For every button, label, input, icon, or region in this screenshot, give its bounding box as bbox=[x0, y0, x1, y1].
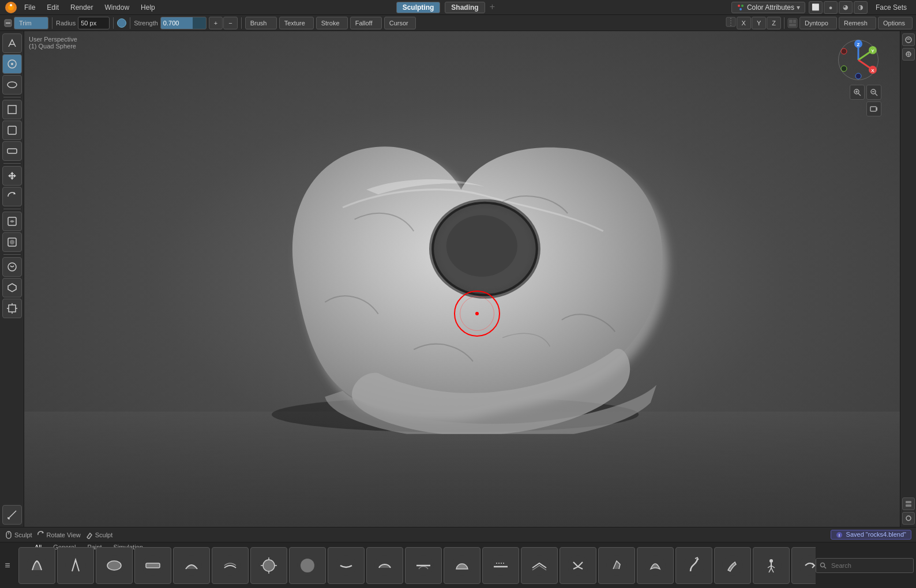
tool-smooth[interactable] bbox=[2, 75, 22, 95]
brush-snake-hook[interactable] bbox=[675, 547, 712, 584]
svg-point-38 bbox=[446, 215, 517, 277]
remesh-btn[interactable]: Remesh bbox=[839, 17, 876, 29]
rendered-btn[interactable]: ◕ bbox=[839, 1, 853, 14]
tool-face-set[interactable] bbox=[2, 278, 22, 297]
radius-input[interactable] bbox=[78, 17, 110, 29]
brush-clay[interactable] bbox=[96, 547, 133, 584]
menu-help[interactable]: Help bbox=[136, 2, 160, 13]
svg-line-105 bbox=[769, 568, 771, 572]
brush-blob[interactable] bbox=[289, 547, 326, 584]
svg-line-56 bbox=[875, 93, 877, 96]
brush-smooth[interactable] bbox=[366, 547, 403, 584]
sidebar-overlay-btn[interactable] bbox=[902, 33, 915, 46]
sub-btn[interactable]: − bbox=[223, 17, 237, 29]
eevee-btn[interactable]: ◑ bbox=[854, 1, 868, 14]
tool-transform[interactable] bbox=[2, 299, 22, 318]
svg-rect-58 bbox=[870, 107, 876, 111]
tool-move[interactable] bbox=[2, 166, 22, 186]
brush-scrape[interactable] bbox=[482, 547, 519, 584]
color-attributes-btn[interactable]: Color Attributes ▾ bbox=[731, 2, 805, 13]
solid-btn[interactable]: ● bbox=[824, 1, 838, 14]
left-sep-3 bbox=[3, 209, 21, 209]
search-input[interactable] bbox=[829, 559, 910, 572]
brush-cursor-dot bbox=[475, 312, 479, 315]
sidebar-nav1[interactable] bbox=[902, 497, 915, 510]
x-sym-btn[interactable]: X bbox=[737, 17, 751, 29]
sep-1 bbox=[52, 17, 52, 29]
brush-pose[interactable] bbox=[753, 547, 790, 584]
add-btn[interactable]: + bbox=[209, 17, 223, 29]
tool-measure[interactable] bbox=[2, 505, 22, 525]
brush-thumb[interactable] bbox=[714, 547, 751, 584]
menu-render[interactable]: Render bbox=[66, 2, 97, 13]
tool-rotate[interactable] bbox=[2, 187, 22, 206]
sidebar-nav2[interactable] bbox=[902, 512, 915, 525]
tool-box2[interactable] bbox=[2, 120, 22, 140]
svg-point-78 bbox=[220, 555, 241, 576]
svg-rect-19 bbox=[8, 126, 16, 134]
brush-inflate[interactable] bbox=[250, 547, 287, 584]
menu-file[interactable]: File bbox=[20, 2, 40, 13]
brush-layer[interactable] bbox=[212, 547, 249, 584]
brush-clay-thumb[interactable] bbox=[173, 547, 210, 584]
brush-clay-strips[interactable] bbox=[134, 547, 171, 584]
search-box[interactable] bbox=[816, 558, 914, 573]
menu-window[interactable]: Window bbox=[100, 2, 134, 13]
gizmo-circle bbox=[838, 40, 879, 80]
brush-nudge[interactable] bbox=[791, 547, 816, 584]
camera-btn[interactable] bbox=[866, 101, 881, 116]
tray-menu-btn[interactable]: ≡ bbox=[0, 542, 15, 589]
sidebar-gizmo-btn[interactable] bbox=[902, 48, 915, 61]
orientation-gizmo[interactable]: Z Y X bbox=[835, 37, 881, 83]
tool-box[interactable] bbox=[2, 100, 22, 119]
svg-point-107 bbox=[799, 555, 816, 576]
viewport[interactable]: User Perspective (1) Quad Sphere Z bbox=[24, 31, 916, 527]
face-sets-btn[interactable]: Face Sets bbox=[871, 2, 911, 13]
add-workspace-btn[interactable]: + bbox=[490, 2, 495, 13]
brush-draw[interactable] bbox=[18, 547, 55, 584]
svg-marker-25 bbox=[8, 284, 16, 292]
brush-fill[interactable] bbox=[444, 547, 480, 584]
mouse-icon bbox=[5, 531, 13, 539]
brush-grab[interactable] bbox=[598, 547, 635, 584]
falloff-dropdown[interactable]: Falloff bbox=[350, 17, 382, 29]
zoom-out-btn[interactable] bbox=[866, 85, 881, 100]
strength-slider[interactable]: 0.700 bbox=[160, 17, 207, 29]
y-sym-btn[interactable]: Y bbox=[752, 17, 766, 29]
options-btn[interactable]: Options bbox=[878, 17, 913, 29]
brush-mode-dropdown[interactable]: Trim bbox=[14, 17, 48, 29]
svg-marker-59 bbox=[876, 107, 877, 111]
texture-dropdown[interactable]: Texture bbox=[279, 17, 314, 29]
z-sym-btn[interactable]: Z bbox=[767, 17, 781, 29]
svg-point-85 bbox=[297, 555, 318, 576]
svg-point-99 bbox=[722, 555, 743, 576]
brush-flatten[interactable] bbox=[405, 547, 442, 584]
brush-pinch[interactable] bbox=[560, 547, 596, 584]
brush-cursor bbox=[454, 291, 500, 337]
brush-crease[interactable] bbox=[328, 547, 365, 584]
tool-mask[interactable] bbox=[2, 257, 22, 277]
brush-draw-sharp[interactable] bbox=[57, 547, 94, 584]
brush-elastic[interactable] bbox=[637, 547, 674, 584]
tool-annotate[interactable] bbox=[2, 212, 22, 231]
svg-rect-11 bbox=[789, 20, 793, 23]
wireframe-btn[interactable]: ⬜ bbox=[809, 1, 823, 14]
tab-sculpting[interactable]: Sculpting bbox=[396, 2, 441, 13]
left-sep-4 bbox=[3, 254, 21, 255]
tool-draw[interactable] bbox=[2, 33, 22, 53]
dyntopo-btn[interactable]: Dyntopo bbox=[799, 17, 837, 29]
tool-sculpt[interactable] bbox=[2, 54, 22, 74]
menu-edit[interactable]: Edit bbox=[42, 2, 63, 13]
tool-annotate2[interactable] bbox=[2, 232, 22, 252]
cursor-dropdown[interactable]: Cursor bbox=[384, 17, 416, 29]
zoom-in-btn[interactable] bbox=[850, 85, 865, 100]
sculpt-label-1: Sculpt bbox=[14, 532, 32, 538]
left-sep-2 bbox=[3, 163, 21, 164]
tab-shading[interactable]: Shading bbox=[445, 2, 485, 13]
brush-dropdown[interactable]: Brush bbox=[245, 17, 277, 29]
saved-message: i Saved "rocks4.blend" bbox=[831, 530, 912, 540]
brush-tray: All General Paint Simulation ≡ bbox=[0, 542, 916, 588]
tool-box3[interactable] bbox=[2, 141, 22, 161]
stroke-dropdown[interactable]: Stroke bbox=[316, 17, 348, 29]
brush-multiplane[interactable] bbox=[521, 547, 558, 584]
